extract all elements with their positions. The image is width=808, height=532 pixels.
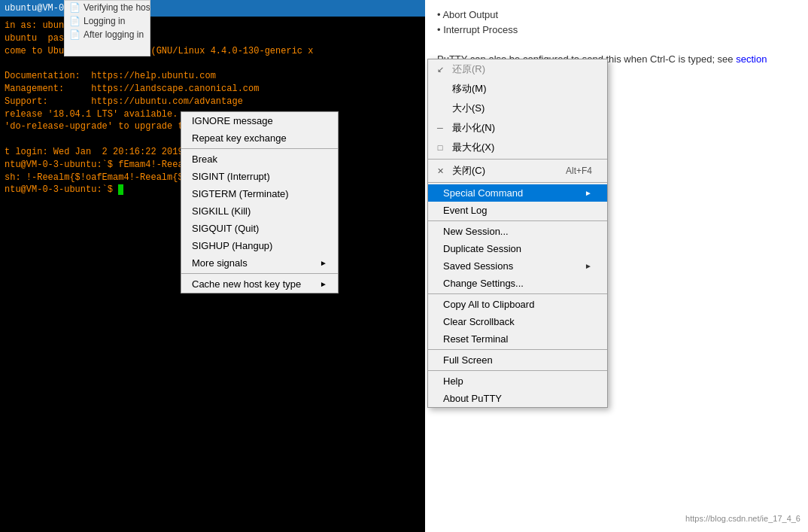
menu-label-change-settings: Change Settings...: [443, 278, 524, 289]
terminal-line: Documentation: https://help.ubuntu.com: [5, 70, 421, 83]
sidebar-item-label: Verifying the host key (SSH only): [84, 2, 150, 13]
more-signals-arrow-icon: ►: [320, 259, 327, 267]
menu-item-new-session[interactable]: New Session...: [428, 223, 607, 240]
sidebar-item-label: Logging in: [84, 16, 125, 26]
close-icon: ✕: [434, 166, 446, 176]
menu-item-size[interactable]: 大小(S): [428, 99, 607, 118]
menu-label-size: 大小(S): [452, 102, 484, 115]
submenu-item-sighup[interactable]: SIGHUP (Hangup): [181, 237, 338, 254]
menu-separator-3: [428, 220, 607, 221]
menu-label-maximize: 最大化(X): [452, 141, 494, 154]
submenu-label-cache-host-key: Cache new host key type: [192, 278, 301, 290]
restore-icon: ↙: [434, 65, 446, 74]
doc-bottom-text: https://blog.csdn.net/ie_17_4_6: [685, 512, 800, 525]
menu-item-special-command[interactable]: Special Command ►: [428, 184, 607, 202]
submenu-item-sigquit[interactable]: SIGQUIT (Quit): [181, 220, 338, 237]
chevron-right-icon: ►: [585, 189, 592, 197]
submenu-item-more-signals[interactable]: More signals ►: [181, 254, 338, 272]
sidebar-item-icon: 📄: [69, 16, 80, 26]
menu-item-reset-terminal[interactable]: Reset Terminal: [428, 330, 607, 348]
menu-label-restore: 还原(R): [452, 62, 485, 76]
submenu-item-sigterm[interactable]: SIGTERM (Terminate): [181, 185, 338, 202]
close-shortcut: Alt+F4: [566, 166, 592, 176]
menu-label-reset-terminal: Reset Terminal: [443, 333, 508, 345]
terminal-line: Support: https://ubuntu.com/advantage: [5, 96, 421, 108]
terminal-line: [5, 57, 421, 70]
submenu-label-sigkill: SIGKILL (Kill): [192, 205, 251, 217]
menu-item-clear-scrollback[interactable]: Clear Scrollback: [428, 313, 607, 330]
menu-label-new-session: New Session...: [443, 226, 509, 237]
doc-line: • Abort Output: [437, 8, 796, 23]
menu-item-about[interactable]: About PuTTY: [428, 390, 607, 407]
submenu-item-cache-host-key[interactable]: Cache new host key type ►: [181, 275, 338, 293]
menu-item-event-log[interactable]: Event Log: [428, 202, 607, 219]
menu-item-move[interactable]: 移动(M): [428, 79, 607, 99]
submenu-item-sigint[interactable]: SIGINT (Interrupt): [181, 168, 338, 185]
sidebar-item-icon: 📄: [69, 29, 80, 40]
menu-separator-1: [428, 159, 607, 160]
menu-separator-2: [428, 182, 607, 183]
doc-line: • Interrupt Process: [437, 23, 796, 38]
sidebar-item-label: After logging in: [84, 29, 144, 40]
maximize-icon: □: [434, 143, 446, 152]
menu-item-change-settings[interactable]: Change Settings...: [428, 275, 607, 292]
submenu-item-sigkill[interactable]: SIGKILL (Kill): [181, 202, 338, 220]
submenu-label-more-signals: More signals: [192, 257, 248, 269]
menu-separator-4: [428, 293, 607, 294]
menu-label-event-log: Event Log: [443, 205, 488, 216]
menu-separator-6: [428, 370, 607, 371]
submenu-label-repeat-key: Repeat key exchange: [192, 132, 287, 144]
submenu-label-sigterm: SIGTERM (Terminate): [192, 188, 289, 199]
menu-label-full-screen: Full Screen: [443, 354, 493, 366]
submenu-label-sighup: SIGHUP (Hangup): [192, 240, 272, 251]
terminal-line: Management: https://landscape.canonical.…: [5, 83, 421, 96]
menu-label-duplicate-session: Duplicate Session: [443, 243, 521, 254]
menu-item-duplicate-session[interactable]: Duplicate Session: [428, 240, 607, 257]
sidebar-item-verifying[interactable]: 📄 Verifying the host key (SSH only): [65, 1, 150, 14]
submenu-item-break[interactable]: Break: [181, 150, 338, 168]
submenu-item-repeat-key[interactable]: Repeat key exchange: [181, 129, 338, 147]
menu-item-copy-all[interactable]: Copy All to Clipboard: [428, 296, 607, 313]
sidebar-item-after-logging[interactable]: 📄 After logging in: [65, 28, 150, 41]
menu-label-clear-scrollback: Clear Scrollback: [443, 316, 515, 327]
sidebar-item-logging[interactable]: 📄 Logging in: [65, 14, 150, 28]
menu-item-maximize[interactable]: □ 最大化(X): [428, 138, 607, 157]
menu-label-saved-sessions: Saved Sessions: [443, 260, 513, 272]
minimize-icon: ─: [434, 123, 446, 132]
menu-label-minimize: 最小化(N): [452, 121, 495, 135]
submenu-label-sigquit: SIGQUIT (Quit): [192, 223, 259, 234]
menu-separator-5: [428, 349, 607, 350]
submenu-separator-2: [181, 273, 338, 274]
menu-item-restore[interactable]: ↙ 还原(R): [428, 59, 607, 79]
special-command-submenu: IGNORE message Repeat key exchange Break…: [181, 111, 339, 293]
menu-label-help: Help: [443, 375, 463, 387]
menu-label-move: 移动(M): [452, 82, 487, 96]
menu-label-copy-all: Copy All to Clipboard: [443, 299, 534, 310]
cache-host-key-arrow-icon: ►: [320, 280, 327, 288]
sidebar-item-icon: 📄: [69, 2, 80, 13]
menu-item-close[interactable]: ✕ 关闭(C) Alt+F4: [428, 161, 607, 181]
submenu-item-ignore[interactable]: IGNORE message: [181, 112, 338, 129]
submenu-label-sigint: SIGINT (Interrupt): [192, 171, 270, 182]
context-menu: ↙ 还原(R) 移动(M) 大小(S) ─ 最小化(N) □ 最大化(X) ✕: [427, 59, 608, 408]
submenu-separator-1: [181, 148, 338, 149]
menu-label-close: 关闭(C): [452, 164, 485, 178]
submenu-label-break: Break: [192, 154, 217, 165]
submenu-label-ignore: IGNORE message: [192, 115, 273, 126]
sidebar-panel: 📄 Verifying the host key (SSH only) 📄 Lo…: [64, 0, 150, 56]
menu-label-about: About PuTTY: [443, 393, 502, 404]
menu-item-help[interactable]: Help: [428, 372, 607, 390]
menu-item-minimize[interactable]: ─ 最小化(N): [428, 118, 607, 138]
menu-item-full-screen[interactable]: Full Screen: [428, 351, 607, 369]
menu-label-special-command: Special Command: [443, 187, 523, 199]
saved-sessions-arrow-icon: ►: [585, 262, 592, 270]
menu-item-saved-sessions[interactable]: Saved Sessions ►: [428, 257, 607, 275]
